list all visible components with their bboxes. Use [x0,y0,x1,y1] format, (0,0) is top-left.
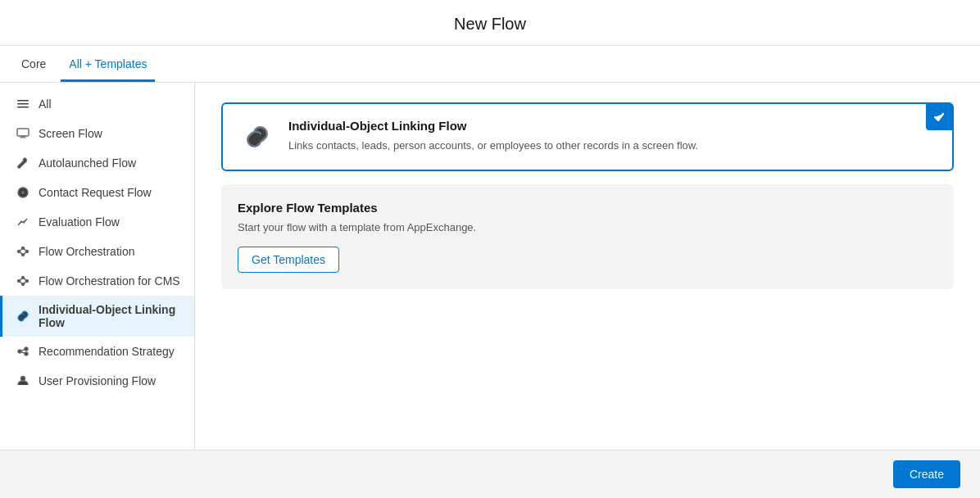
sidebar-item-label: Contact Request Flow [39,186,152,199]
recommendation-icon [16,344,30,359]
flow-card-description: Links contacts, leads, person accounts, … [288,138,698,154]
svg-point-16 [18,280,20,283]
main-content: Individual-Object Linking Flow Links con… [195,83,980,450]
sidebar-item-all[interactable]: All [0,89,194,119]
svg-rect-3 [17,129,29,136]
create-button[interactable]: Create [893,460,960,488]
sidebar-item-flow-orchestration[interactable]: Flow Orchestration [0,237,194,266]
sidebar-item-label: Flow Orchestration for CMS [39,274,180,287]
sidebar-item-user-provisioning-flow[interactable]: User Provisioning Flow [0,366,194,396]
sidebar-item-evaluation-flow[interactable]: Evaluation Flow [0,207,194,237]
svg-point-8 [18,251,20,253]
selected-checkmark [926,104,952,130]
link-icon [16,309,30,324]
sidebar-item-label: Evaluation Flow [39,215,120,229]
svg-line-14 [25,249,26,251]
sidebar-item-screen-flow[interactable]: Screen Flow [0,119,194,148]
svg-point-24 [18,350,21,353]
svg-line-21 [20,282,22,283]
svg-rect-5 [20,138,26,138]
sidebar-item-label: Individual-Object Linking Flow [39,303,181,329]
svg-line-13 [20,252,22,254]
wrench-icon [16,156,30,170]
footer: Create [0,450,980,498]
sidebar-item-flow-orchestration-cms[interactable]: Flow Orchestration for CMS [0,266,194,296]
svg-line-22 [25,278,26,281]
chart-icon [16,215,30,229]
sidebar-item-label: All [39,97,52,111]
svg-line-23 [25,282,26,284]
tab-all-templates[interactable]: All + Templates [61,46,155,82]
svg-rect-4 [21,136,25,138]
user-icon [16,374,30,388]
circle-settings-icon [16,185,30,200]
templates-description: Start your flow with a template from App… [238,221,937,233]
tab-core[interactable]: Core [13,46,54,82]
svg-rect-0 [17,100,29,102]
sidebar-item-recommendation-strategy[interactable]: Recommendation Strategy [0,337,194,366]
sidebar: All Screen Flow Autolaunched Flow Contac… [0,83,195,450]
tabs-row: Core All + Templates [0,46,980,83]
monitor-icon [16,126,30,141]
sidebar-item-label: Autolaunched Flow [39,156,136,170]
get-templates-button[interactable]: Get Templates [238,247,339,273]
svg-rect-1 [17,103,29,105]
flow-cms-icon [16,274,30,288]
svg-line-20 [20,278,22,280]
sidebar-item-label: Screen Flow [39,127,102,140]
body-layout: All Screen Flow Autolaunched Flow Contac… [0,83,980,450]
page-header: New Flow [0,0,980,46]
sidebar-item-label: User Provisioning Flow [39,374,156,387]
svg-line-15 [25,252,26,255]
flow-icon [16,244,30,259]
svg-line-27 [21,350,25,351]
flow-card-selected[interactable]: Individual-Object Linking Flow Links con… [221,102,954,171]
svg-point-7 [21,191,25,194]
flow-card-title: Individual-Object Linking Flow [288,119,698,133]
sidebar-item-label: Recommendation Strategy [39,345,175,358]
templates-title: Explore Flow Templates [238,201,937,215]
svg-line-12 [20,249,22,251]
flow-card-icon [239,119,275,155]
svg-point-25 [25,347,28,351]
flow-card-content: Individual-Object Linking Flow Links con… [288,119,698,154]
sidebar-item-contact-request-flow[interactable]: Contact Request Flow [0,178,194,207]
svg-line-28 [21,352,25,354]
page-title: New Flow [0,15,980,34]
sidebar-item-individual-object-linking-flow[interactable]: Individual-Object Linking Flow [0,296,194,337]
templates-section: Explore Flow Templates Start your flow w… [221,184,954,289]
svg-rect-2 [17,106,29,108]
sidebar-item-label: Flow Orchestration [39,245,134,258]
svg-point-29 [21,377,25,381]
svg-point-26 [25,352,28,355]
sidebar-item-autolaunched-flow[interactable]: Autolaunched Flow [0,148,194,178]
list-icon [16,97,30,111]
